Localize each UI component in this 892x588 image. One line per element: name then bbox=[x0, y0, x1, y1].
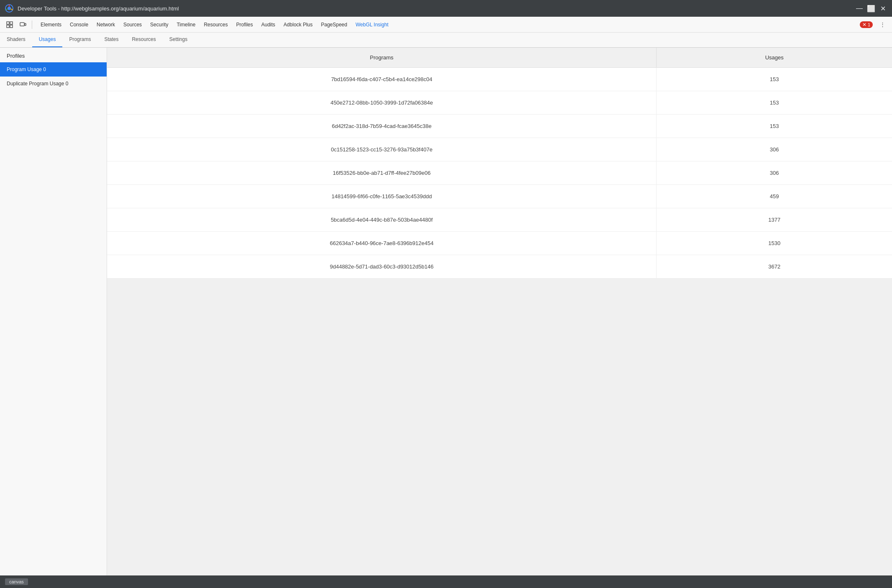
toolbar-nav-webgl[interactable]: WebGL Insight bbox=[351, 17, 393, 33]
tab-programs[interactable]: Programs bbox=[62, 32, 97, 47]
error-count: 1 bbox=[868, 22, 870, 27]
tab-bar: Shaders Usages Programs States Resources… bbox=[0, 33, 892, 48]
svg-rect-4 bbox=[7, 25, 9, 28]
error-x: ✕ bbox=[862, 22, 866, 28]
cell-programs: 662634a7-b440-96ce-7ae8-6396b912e454 bbox=[107, 232, 657, 255]
sidebar-section-title: Profiles bbox=[0, 48, 107, 62]
cell-usages: 153 bbox=[657, 115, 892, 138]
table-row: 9d44882e-5d71-dad3-60c3-d93012d5b1463672 bbox=[107, 255, 892, 279]
toolbar-nav-profiles[interactable]: Profiles bbox=[232, 17, 257, 33]
col-header-usages: Usages bbox=[657, 48, 892, 68]
tab-shaders[interactable]: Shaders bbox=[0, 32, 32, 47]
main-content: Profiles Program Usage 0 Duplicate Progr… bbox=[0, 48, 892, 575]
table-row: 6d42f2ac-318d-7b59-4cad-fcae3645c38e153 bbox=[107, 115, 892, 138]
toolbar-nav-pagespeed[interactable]: PageSpeed bbox=[317, 17, 351, 33]
toolbar-nav-timeline[interactable]: Timeline bbox=[172, 17, 199, 33]
cell-programs: 14814599-6f66-c0fe-1165-5ae3c4539ddd bbox=[107, 185, 657, 208]
device-icon-button[interactable] bbox=[17, 18, 29, 31]
cell-usages: 1530 bbox=[657, 232, 892, 255]
toolbar-nav-audits[interactable]: Audits bbox=[257, 17, 279, 33]
sidebar-item-program-usage-0[interactable]: Program Usage 0 bbox=[0, 62, 107, 77]
toolbar-nav-security[interactable]: Security bbox=[146, 17, 172, 33]
cell-programs: 6d42f2ac-318d-7b59-4cad-fcae3645c38e bbox=[107, 115, 657, 138]
tab-settings[interactable]: Settings bbox=[163, 32, 194, 47]
window-controls: — ⬜ ✕ bbox=[855, 4, 887, 13]
tab-resources[interactable]: Resources bbox=[125, 32, 162, 47]
svg-rect-5 bbox=[10, 25, 13, 28]
col-header-programs: Programs bbox=[107, 48, 657, 68]
maximize-button[interactable]: ⬜ bbox=[867, 4, 875, 13]
table-row: 450e2712-08bb-1050-3999-1d72fa06384e153 bbox=[107, 91, 892, 115]
table-row: 0c151258-1523-cc15-3276-93a75b3f407e306 bbox=[107, 138, 892, 161]
cell-usages: 306 bbox=[657, 138, 892, 161]
more-options-button[interactable]: ⋮ bbox=[876, 18, 889, 31]
tab-usages[interactable]: Usages bbox=[32, 32, 63, 47]
window-title: Developer Tools - http://webglsamples.or… bbox=[18, 5, 851, 12]
toolbar-right: ✕ 1 ⋮ bbox=[860, 18, 889, 31]
table-row: 16f53526-bb0e-ab71-d7ff-4fee27b09e06306 bbox=[107, 161, 892, 185]
toolbar-separator bbox=[32, 20, 32, 29]
cell-programs: 7bd16594-f6da-c407-c5b4-ea14ce298c04 bbox=[107, 68, 657, 91]
toolbar-nav-adblock[interactable]: Adblock Plus bbox=[279, 17, 317, 33]
canvas-tag[interactable]: canvas bbox=[5, 578, 28, 585]
table-row: 662634a7-b440-96ce-7ae8-6396b912e4541530 bbox=[107, 232, 892, 255]
inspect-icon-button[interactable] bbox=[3, 18, 16, 31]
close-button[interactable]: ✕ bbox=[879, 4, 887, 13]
toolbar-nav-sources[interactable]: Sources bbox=[119, 17, 146, 33]
table-row: 5bca6d5d-4e04-449c-b87e-503b4ae4480f1377 bbox=[107, 208, 892, 232]
cell-programs: 450e2712-08bb-1050-3999-1d72fa06384e bbox=[107, 91, 657, 115]
toolbar-nav-resources[interactable]: Resources bbox=[199, 17, 232, 33]
cell-programs: 5bca6d5d-4e04-449c-b87e-503b4ae4480f bbox=[107, 208, 657, 232]
table-row: 7bd16594-f6da-c407-c5b4-ea14ce298c04153 bbox=[107, 68, 892, 91]
content-panel: Programs Usages 7bd16594-f6da-c407-c5b4-… bbox=[107, 48, 892, 575]
svg-rect-3 bbox=[10, 22, 13, 24]
cell-programs: 16f53526-bb0e-ab71-d7ff-4fee27b09e06 bbox=[107, 161, 657, 185]
svg-rect-7 bbox=[25, 23, 26, 26]
chrome-icon bbox=[5, 4, 13, 13]
cell-usages: 1377 bbox=[657, 208, 892, 232]
svg-rect-2 bbox=[7, 22, 9, 24]
cell-usages: 3672 bbox=[657, 255, 892, 279]
table-header-row: Programs Usages bbox=[107, 48, 892, 68]
cell-usages: 306 bbox=[657, 161, 892, 185]
usage-table: Programs Usages 7bd16594-f6da-c407-c5b4-… bbox=[107, 48, 892, 279]
toolbar-nav: Elements Console Network Sources Securit… bbox=[36, 17, 393, 33]
sidebar-item-duplicate-program-usage-0[interactable]: Duplicate Program Usage 0 bbox=[0, 77, 107, 91]
error-badge[interactable]: ✕ 1 bbox=[860, 21, 873, 28]
tab-states[interactable]: States bbox=[97, 32, 125, 47]
table-row: 14814599-6f66-c0fe-1165-5ae3c4539ddd459 bbox=[107, 185, 892, 208]
sidebar: Profiles Program Usage 0 Duplicate Progr… bbox=[0, 48, 107, 575]
minimize-button[interactable]: — bbox=[855, 4, 864, 13]
cell-usages: 153 bbox=[657, 68, 892, 91]
cell-programs: 9d44882e-5d71-dad3-60c3-d93012d5b146 bbox=[107, 255, 657, 279]
title-bar: Developer Tools - http://webglsamples.or… bbox=[0, 0, 892, 17]
bottom-bar: canvas bbox=[0, 575, 892, 588]
svg-point-1 bbox=[8, 7, 11, 10]
toolbar-nav-elements[interactable]: Elements bbox=[36, 17, 66, 33]
toolbar-nav-network[interactable]: Network bbox=[92, 17, 119, 33]
cell-usages: 153 bbox=[657, 91, 892, 115]
cell-usages: 459 bbox=[657, 185, 892, 208]
top-toolbar: Elements Console Network Sources Securit… bbox=[0, 17, 892, 33]
cell-programs: 0c151258-1523-cc15-3276-93a75b3f407e bbox=[107, 138, 657, 161]
toolbar-nav-console[interactable]: Console bbox=[66, 17, 92, 33]
svg-rect-6 bbox=[20, 23, 24, 26]
